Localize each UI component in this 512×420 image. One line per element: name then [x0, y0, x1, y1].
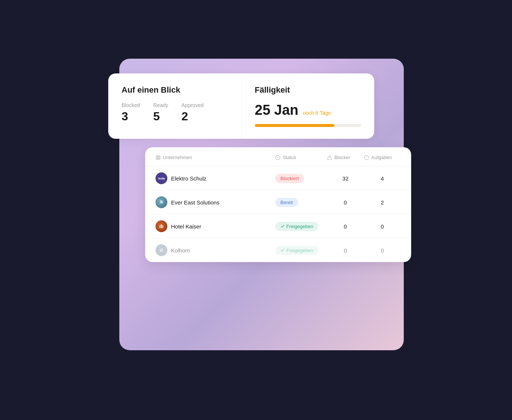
stats-section: Auf einen Blick Blocked 3 Ready 5 Approv… — [108, 73, 242, 139]
blocker-cell-ever-east: 0 — [327, 199, 364, 206]
table-row[interactable]: Ever East Solutions Bereit 0 2 — [145, 190, 411, 214]
status-badge-ever-east: Bereit — [275, 198, 298, 207]
blocker-cell-elektro-schulz: 32 — [327, 175, 364, 182]
status-badge-kolhorn: Freigegeben — [275, 246, 318, 255]
company-table: Unternehmen Status Blocker — [145, 147, 411, 262]
due-date-badge: noch 6 Tage — [303, 110, 331, 116]
svg-rect-0 — [156, 155, 160, 159]
stat-approved-value: 2 — [181, 110, 204, 123]
kolhorn-logo-icon — [158, 247, 164, 253]
company-cell-elektro-schulz: trustly Elektro Schulz — [156, 172, 275, 184]
stat-blocked-label: Blocked — [122, 102, 140, 108]
due-date-title: Fälligkeit — [255, 85, 361, 95]
overview-card: Auf einen Blick Blocked 3 Ready 5 Approv… — [108, 73, 374, 139]
company-name-elektro-schulz: Elektro Schulz — [171, 175, 206, 182]
blocker-cell-kolhorn: 0 — [327, 247, 364, 254]
header-tasks: Aufgaben — [364, 155, 401, 160]
company-cell-hotel-kaiser: Hotel Kaiser — [156, 220, 275, 232]
hotel-kaiser-logo-icon — [158, 223, 164, 229]
status-badge-elektro-schulz: Blockiert — [275, 174, 304, 183]
main-scene: Auf einen Blick Blocked 3 Ready 5 Approv… — [108, 59, 404, 361]
company-logo-hotel-kaiser — [156, 220, 167, 232]
status-cell-ever-east: Bereit — [275, 198, 327, 207]
company-logo-ever-east — [156, 196, 167, 208]
table-row[interactable]: Hotel Kaiser Freigegeben 0 0 — [145, 214, 411, 238]
stats-row: Blocked 3 Ready 5 Approved 2 — [122, 102, 228, 123]
due-date-section: Fälligkeit 25 Jan noch 6 Tage — [242, 73, 375, 139]
company-logo-kolhorn — [156, 244, 167, 256]
stat-blocked: Blocked 3 — [122, 102, 140, 123]
company-cell-kolhorn: Kolhorn — [156, 244, 275, 256]
header-blocker: Blocker — [327, 155, 364, 160]
company-name-kolhorn: Kolhorn — [171, 247, 190, 254]
svg-rect-12 — [160, 225, 161, 228]
stat-blocked-value: 3 — [122, 110, 140, 123]
company-cell-ever-east: Ever East Solutions — [156, 196, 275, 208]
tasks-cell-kolhorn: 0 — [364, 247, 401, 254]
check-circle-icon — [275, 155, 280, 160]
building-icon — [156, 155, 161, 160]
table-row[interactable]: Kolhorn Freigegeben 0 0 — [145, 238, 411, 262]
company-name-hotel-kaiser: Hotel Kaiser — [171, 223, 201, 230]
warning-icon — [327, 155, 332, 160]
header-company: Unternehmen — [156, 155, 275, 160]
blocker-cell-hotel-kaiser: 0 — [327, 223, 364, 230]
company-name-ever-east: Ever East Solutions — [171, 199, 219, 206]
tasks-cell-elektro-schulz: 4 — [364, 175, 401, 182]
ever-east-logo-icon — [158, 199, 165, 206]
stats-title: Auf einen Blick — [122, 85, 228, 95]
status-cell-elektro-schulz: Blockiert — [275, 174, 327, 183]
due-date-row: 25 Jan noch 6 Tage — [255, 102, 361, 118]
stat-ready: Ready 5 — [153, 102, 168, 123]
table-row[interactable]: trustly Elektro Schulz Blockiert 32 4 — [145, 166, 411, 190]
table-header: Unternehmen Status Blocker — [145, 147, 411, 166]
tasks-cell-ever-east: 2 — [364, 199, 401, 206]
stat-ready-label: Ready — [153, 102, 168, 108]
checkmark-icon — [280, 248, 285, 252]
status-badge-hotel-kaiser: Freigegeben — [275, 222, 318, 231]
checkmark-icon — [280, 224, 285, 228]
due-date-value: 25 Jan — [255, 102, 298, 118]
stat-ready-value: 5 — [153, 110, 168, 123]
svg-rect-13 — [161, 224, 162, 228]
svg-rect-14 — [163, 225, 164, 228]
status-cell-kolhorn: Freigegeben — [275, 246, 327, 255]
tasks-cell-hotel-kaiser: 0 — [364, 223, 401, 230]
status-cell-hotel-kaiser: Freigegeben — [275, 222, 327, 231]
progress-bar-fill — [255, 124, 335, 127]
company-logo-elektro-schulz: trustly — [156, 172, 167, 184]
stat-approved: Approved 2 — [181, 102, 204, 123]
stat-approved-label: Approved — [181, 102, 204, 108]
header-status: Status — [275, 155, 327, 160]
table-card: Unternehmen Status Blocker — [145, 147, 411, 262]
info-icon — [364, 155, 369, 160]
svg-point-15 — [160, 248, 163, 252]
progress-bar-container — [255, 124, 361, 127]
